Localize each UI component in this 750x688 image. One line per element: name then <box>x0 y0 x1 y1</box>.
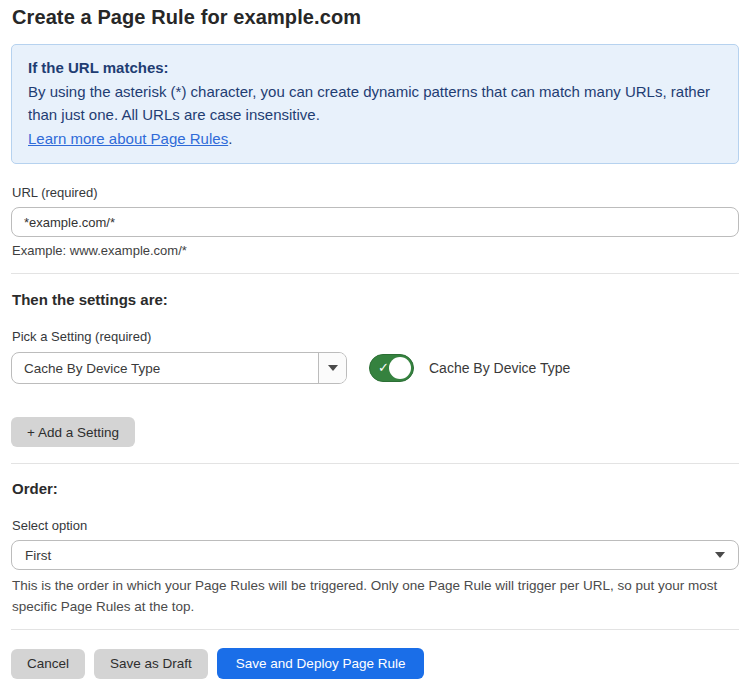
add-setting-button[interactable]: + Add a Setting <box>11 417 135 447</box>
toggle-knob <box>389 357 411 379</box>
check-icon: ✓ <box>378 361 389 374</box>
url-match-info-box: If the URL matches: By using the asteris… <box>11 44 739 164</box>
order-select-value: First <box>25 548 715 563</box>
page-title: Create a Page Rule for example.com <box>12 6 739 29</box>
create-page-rule-form: Create a Page Rule for example.com If th… <box>0 0 750 688</box>
url-input[interactable] <box>11 207 739 237</box>
url-example-helper: Example: www.example.com/* <box>12 243 739 258</box>
divider <box>11 629 739 630</box>
order-section-heading: Order: <box>12 480 739 497</box>
info-box-link-line: Learn more about Page Rules. <box>28 127 722 150</box>
cancel-button[interactable]: Cancel <box>11 649 85 679</box>
pick-setting-label: Pick a Setting (required) <box>12 329 739 344</box>
save-as-draft-button[interactable]: Save as Draft <box>94 649 208 679</box>
chevron-down-icon <box>328 365 338 371</box>
cache-device-toggle[interactable]: ✓ <box>369 354 414 382</box>
setting-dropdown-arrow-button[interactable] <box>318 353 346 383</box>
link-suffix: . <box>228 130 232 147</box>
toggle-label: Cache By Device Type <box>429 360 570 376</box>
chevron-down-icon <box>715 552 725 558</box>
info-box-heading: If the URL matches: <box>28 56 722 79</box>
setting-dropdown[interactable]: Cache By Device Type <box>11 352 347 384</box>
divider <box>11 463 739 464</box>
info-box-body: By using the asterisk (*) character, you… <box>28 80 722 126</box>
learn-more-link[interactable]: Learn more about Page Rules <box>28 130 228 147</box>
setting-row: Cache By Device Type ✓ Cache By Device T… <box>11 352 739 384</box>
order-helper-text: This is the order in which your Page Rul… <box>12 575 732 617</box>
order-select[interactable]: First <box>11 540 739 570</box>
divider <box>11 273 739 274</box>
url-field-label: URL (required) <box>12 185 739 200</box>
setting-dropdown-value: Cache By Device Type <box>12 353 318 383</box>
footer-actions: Cancel Save as Draft Save and Deploy Pag… <box>11 648 739 679</box>
order-select-label: Select option <box>12 518 739 533</box>
save-and-deploy-button[interactable]: Save and Deploy Page Rule <box>217 648 425 679</box>
settings-section-heading: Then the settings are: <box>12 291 739 308</box>
